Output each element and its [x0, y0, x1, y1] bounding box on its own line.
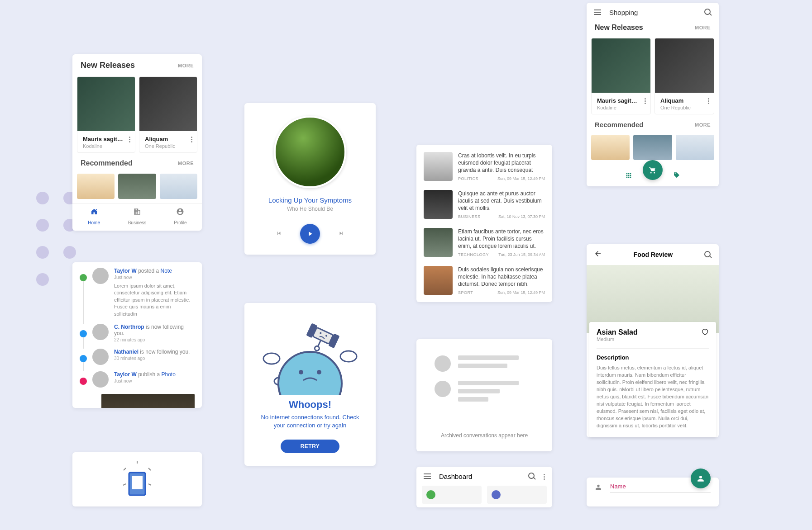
more-icon[interactable] — [191, 136, 192, 142]
feed-thumb — [424, 266, 453, 295]
feed-thumb — [424, 228, 453, 257]
archive-card: Archived conversations appear here — [416, 339, 552, 451]
tile-image — [139, 77, 197, 131]
releases-more[interactable]: MORE — [695, 25, 711, 30]
nav-label: Profile — [174, 220, 186, 225]
rec-thumb[interactable] — [676, 135, 714, 160]
grid-icon[interactable] — [625, 172, 632, 181]
feed-item[interactable]: Cras at lobortis velit. In eu turpis eui… — [416, 147, 552, 185]
name-card: Name — [587, 478, 719, 506]
releases-title: New Releases — [81, 61, 135, 70]
more-icon[interactable] — [129, 136, 130, 142]
skip-prev-icon[interactable] — [276, 230, 282, 238]
timeline-item: Taylor W posted a Note Just now Lorem ip… — [80, 268, 195, 317]
avatar[interactable] — [92, 268, 109, 284]
feed-category: TECHNOLOGY — [458, 252, 489, 257]
recommended-more[interactable]: MORE — [695, 122, 711, 128]
album-art[interactable] — [274, 116, 346, 188]
release-tile[interactable]: Aliquam One Republic — [654, 38, 714, 114]
timeline-headline: Taylor W publish a Photo — [114, 371, 195, 378]
search-icon[interactable] — [704, 9, 712, 16]
back-icon[interactable] — [594, 250, 602, 260]
menu-icon[interactable] — [424, 472, 431, 480]
person-fab[interactable] — [691, 468, 711, 488]
feed-item[interactable]: Etiam faucibus ante tortor, nec eros lac… — [416, 223, 552, 261]
whoops-illustration — [272, 316, 349, 393]
shopping-title: Shopping — [609, 9, 696, 16]
tile-image — [655, 38, 714, 93]
rec-thumb[interactable] — [77, 174, 115, 199]
whoops-card: Whoops! No internet connections found. C… — [244, 303, 376, 466]
releases-more[interactable]: MORE — [178, 63, 194, 68]
overflow-icon[interactable] — [544, 473, 545, 480]
recommended-more[interactable]: MORE — [178, 161, 194, 166]
timeline-card: Taylor W posted a Note Just now Lorem ip… — [72, 262, 202, 408]
person-icon — [595, 483, 602, 492]
releases-header: New Releases MORE — [72, 54, 202, 76]
more-icon[interactable] — [708, 97, 709, 104]
food-section-title: Description — [597, 354, 709, 361]
skeleton — [416, 339, 552, 423]
timeline-badge — [80, 378, 87, 385]
feed-text: Quisque ac ante et purus auctor iaculis … — [458, 190, 545, 212]
releases-title: New Releases — [595, 24, 643, 32]
svg-point-14 — [314, 345, 320, 351]
more-icon[interactable] — [645, 97, 646, 104]
bottom-nav-business[interactable]: Business — [115, 204, 158, 231]
rec-thumb[interactable] — [118, 174, 156, 199]
timeline-item: Nathaniel is now following you. 30 minut… — [80, 349, 195, 365]
skip-next-icon[interactable] — [338, 230, 344, 238]
bottom-nav: Home Business Profile — [72, 203, 202, 231]
timeline-time: Just now — [114, 275, 195, 280]
onboarding-illustration — [110, 457, 164, 502]
bottom-nav-profile[interactable]: Profile — [159, 204, 202, 231]
release-tile[interactable]: Mauris sagittis... Kodaline — [77, 76, 135, 153]
dashboard-card: Dashboard — [416, 467, 552, 507]
avatar[interactable] — [92, 324, 109, 340]
food-title: Asian Salad — [597, 328, 638, 336]
release-tile[interactable]: Mauris sagittis... Kodaline — [591, 38, 651, 114]
timeline-badge — [80, 274, 87, 281]
feed-text: Cras at lobortis velit. In eu turpis eui… — [458, 152, 545, 174]
avatar[interactable] — [92, 371, 109, 388]
rec-thumb[interactable] — [591, 135, 630, 160]
tile-subtitle: One Republic — [145, 143, 175, 149]
cart-fab[interactable] — [643, 160, 663, 180]
tile-title: Mauris sagittis... — [597, 97, 638, 104]
tag-icon[interactable] — [673, 172, 680, 181]
whoops-title: Whoops! — [244, 399, 376, 411]
timeline-item: C. Northrop is now following you. 22 min… — [80, 324, 195, 342]
search-icon[interactable] — [528, 473, 535, 480]
profile-icon — [159, 208, 202, 218]
feed-text: Duis sodales ligula non scelerisque mole… — [458, 266, 545, 288]
menu-icon[interactable] — [594, 8, 601, 16]
dashboard-title: Dashboard — [439, 473, 520, 480]
timeline-badge — [80, 330, 87, 337]
heart-icon[interactable] — [701, 328, 709, 337]
food-subtitle: Medium — [597, 336, 638, 342]
retry-button[interactable]: RETRY — [281, 440, 340, 453]
tile-title: Aliquam — [660, 97, 691, 104]
recommended-title: Recommended — [81, 159, 133, 167]
feed-item[interactable]: Duis sodales ligula non scelerisque mole… — [416, 261, 552, 299]
timeline-photo[interactable] — [101, 394, 195, 408]
rec-thumb[interactable] — [633, 135, 672, 160]
avatar[interactable] — [92, 349, 109, 365]
feed-text: Etiam faucibus ante tortor, nec eros lac… — [458, 228, 545, 250]
bottom-nav-home[interactable]: Home — [72, 204, 115, 231]
tile-subtitle: One Republic — [660, 105, 691, 110]
home-icon — [72, 208, 115, 218]
tile-title: Mauris sagittis... — [83, 136, 124, 142]
timeline-time: 30 minutes ago — [114, 356, 195, 361]
play-button[interactable] — [300, 224, 320, 244]
search-icon[interactable] — [704, 251, 712, 258]
svg-point-5 — [278, 352, 342, 395]
feed-item[interactable]: Quisque ac ante et purus auctor iaculis … — [416, 185, 552, 223]
tile-subtitle: Kodaline — [597, 105, 638, 110]
rec-thumb[interactable] — [160, 174, 197, 199]
nav-label: Home — [88, 220, 100, 225]
release-tile[interactable]: Aliquam One Republic — [139, 76, 197, 153]
feed-category: POLITICS — [458, 176, 478, 181]
tile-image — [592, 38, 650, 93]
feed-card: Cras at lobortis velit. In eu turpis eui… — [416, 145, 552, 302]
